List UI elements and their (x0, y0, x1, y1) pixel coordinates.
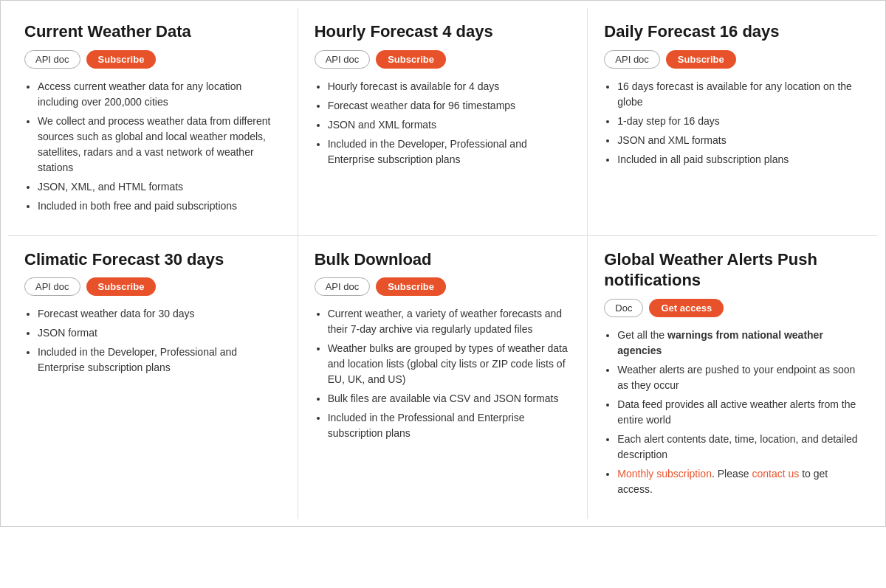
list-item: Included in the Developer, Professional … (328, 136, 571, 167)
list-item: 1-day step for 16 days (617, 114, 862, 129)
list-item: JSON and XML formats (328, 117, 571, 133)
feature-list-climatic-forecast: Forecast weather data for 30 daysJSON fo… (24, 306, 281, 376)
page-wrapper: Current Weather DataAPI docSubscribeAcce… (0, 0, 886, 527)
card-title-bulk-download: Bulk Download (315, 249, 571, 271)
feature-list-weather-alerts: Get all the warnings from national weath… (604, 328, 862, 497)
subscribe-button-daily-forecast[interactable]: Subscribe (666, 50, 736, 69)
list-item: Get all the warnings from national weath… (617, 328, 862, 359)
subscribe-button-hourly-forecast[interactable]: Subscribe (376, 50, 446, 69)
button-row-hourly-forecast: API docSubscribe (315, 50, 571, 69)
list-item: Included in both free and paid subscript… (38, 198, 281, 214)
list-item: We collect and process weather data from… (38, 114, 281, 176)
button-row-climatic-forecast: API docSubscribe (24, 277, 281, 296)
card-current-weather: Current Weather DataAPI docSubscribeAcce… (8, 8, 298, 236)
button-row-daily-forecast: API docSubscribe (604, 50, 862, 69)
card-title-hourly-forecast: Hourly Forecast 4 days (315, 21, 571, 43)
list-item: Weather alerts are pushed to your endpoi… (617, 362, 862, 393)
card-title-climatic-forecast: Climatic Forecast 30 days (24, 249, 281, 271)
card-climatic-forecast: Climatic Forecast 30 daysAPI docSubscrib… (8, 236, 298, 519)
list-item: JSON and XML formats (617, 133, 862, 148)
list-item: Weather bulks are grouped by types of we… (328, 341, 571, 387)
subscribe-button-climatic-forecast[interactable]: Subscribe (86, 277, 157, 296)
card-bulk-download: Bulk DownloadAPI docSubscribeCurrent wea… (298, 236, 588, 519)
button-row-current-weather: API docSubscribe (24, 50, 281, 69)
list-item: Included in the Professional and Enterpr… (328, 410, 571, 441)
list-item: Access current weather data for any loca… (38, 79, 281, 110)
contact-us-link[interactable]: contact us (752, 468, 799, 480)
list-item: Bulk files are available via CSV and JSO… (328, 391, 571, 407)
list-item: Current weather, a variety of weather fo… (328, 306, 571, 337)
list-item: 16 days forecast is available for any lo… (617, 79, 862, 110)
api-doc-button-current-weather[interactable]: API doc (24, 50, 80, 69)
card-hourly-forecast: Hourly Forecast 4 daysAPI docSubscribeHo… (298, 8, 588, 236)
api-doc-button-climatic-forecast[interactable]: API doc (24, 277, 80, 296)
list-item: Monthly subscription. Please contact us … (617, 466, 862, 497)
feature-list-bulk-download: Current weather, a variety of weather fo… (315, 306, 571, 441)
monthly-subscription-link[interactable]: Monthly subscription (617, 468, 712, 480)
button-row-weather-alerts: DocGet access (604, 299, 862, 317)
list-item: Each alert contents date, time, location… (617, 432, 862, 463)
feature-list-hourly-forecast: Hourly forecast is available for 4 daysF… (315, 79, 571, 167)
feature-list-current-weather: Access current weather data for any loca… (24, 79, 281, 214)
button-row-bulk-download: API docSubscribe (315, 277, 571, 296)
cards-grid: Current Weather DataAPI docSubscribeAcce… (8, 8, 878, 519)
api-doc-button-hourly-forecast[interactable]: API doc (315, 50, 371, 69)
subscribe-button-bulk-download[interactable]: Subscribe (376, 277, 446, 296)
list-item: Forecast weather data for 30 days (38, 306, 281, 322)
list-item: Included in the Developer, Professional … (38, 345, 281, 376)
card-title-daily-forecast: Daily Forecast 16 days (604, 21, 862, 43)
api-doc-button-weather-alerts[interactable]: Doc (604, 299, 643, 317)
api-doc-button-daily-forecast[interactable]: API doc (604, 50, 660, 69)
card-title-current-weather: Current Weather Data (24, 21, 281, 43)
list-item: JSON, XML, and HTML formats (38, 179, 281, 195)
feature-list-daily-forecast: 16 days forecast is available for any lo… (604, 79, 862, 167)
list-item: Data feed provides all active weather al… (617, 397, 862, 428)
card-title-weather-alerts: Global Weather Alerts Push notifications (604, 249, 862, 291)
list-item: Included in all paid subscription plans (617, 152, 862, 167)
api-doc-button-bulk-download[interactable]: API doc (315, 277, 371, 296)
list-item: Forecast weather data for 96 timestamps (328, 98, 571, 114)
card-daily-forecast: Daily Forecast 16 daysAPI docSubscribe16… (588, 8, 878, 236)
subscribe-button-current-weather[interactable]: Subscribe (86, 50, 157, 69)
list-item: Hourly forecast is available for 4 days (328, 79, 571, 94)
subscribe-button-weather-alerts[interactable]: Get access (649, 299, 724, 317)
list-item: JSON format (38, 325, 281, 341)
card-weather-alerts: Global Weather Alerts Push notifications… (588, 236, 878, 519)
